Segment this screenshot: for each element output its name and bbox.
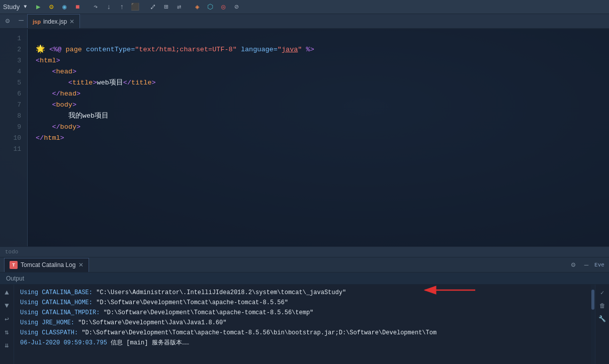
editor-tab-index-jsp[interactable]: jsp index.jsp ✕ <box>27 14 80 28</box>
out-val-1: "C:\Users\Administrator\.IntelliJIdea201… <box>96 289 346 296</box>
build-button[interactable]: ⚙ <box>46 2 57 13</box>
tomcat-icon: T <box>10 261 18 269</box>
splitter-bar[interactable]: todo <box>0 246 609 257</box>
output-line-2: Using CATALINA_HOME: "D:\Software\Develo… <box>20 298 585 308</box>
sort-button[interactable]: ⇅ <box>2 327 12 337</box>
out-key-2: Using CATALINA_HOME: <box>20 299 96 306</box>
line-num-2: 2 <box>0 44 27 55</box>
syn-close-tag: %> <box>306 46 314 53</box>
syn-head-end-open: </ <box>52 90 60 98</box>
jsp-file-icon: jsp <box>33 19 41 25</box>
syn-body-text: 我的web项目 <box>68 112 109 120</box>
output-scrollbar-thumb[interactable] <box>591 290 594 310</box>
patch-button[interactable]: ◈ <box>192 2 203 13</box>
structure-button[interactable]: ⊞ <box>160 2 171 13</box>
out-key-1: Using CATALINA_BASE: <box>20 289 96 296</box>
output-scrollbar[interactable] <box>591 285 595 364</box>
syn-val-language: "java" <box>278 46 302 53</box>
wrap-text-button[interactable]: ↩ <box>2 314 12 324</box>
syn-head-end-close: > <box>76 90 80 98</box>
syn-body-end-close: > <box>76 123 80 131</box>
out-key-6: 06-Jul-2020 09:59:03.795 <box>20 339 111 346</box>
play-button[interactable]: ▶ <box>33 2 44 13</box>
step-over-button[interactable]: ↷ <box>90 2 101 13</box>
git-compare-button[interactable]: ⇄ <box>173 2 185 13</box>
code-line-6: </head> <box>36 88 609 100</box>
tab-close-button[interactable]: ✕ <box>69 18 74 25</box>
force-stop-button[interactable]: ⬛ <box>129 2 140 13</box>
wrench-button[interactable]: 🔧 <box>597 314 607 324</box>
tomcat-tab-close[interactable]: ✕ <box>78 261 83 268</box>
profile-button[interactable]: ◉ <box>59 2 70 13</box>
output-content: ▲ ▼ ↩ ⇅ ⇊ Using CATALINA_BASE: "C:\Users… <box>0 285 609 364</box>
bottom-toolbar-right: ⚙ — Eve <box>568 259 605 270</box>
output-line-3: Using CATALINA_TMPDIR: "D:\Software\Deve… <box>20 308 585 318</box>
output-text-area: Using CATALINA_BASE: "C:\Users\Administr… <box>14 285 591 364</box>
line-num-10: 10 <box>0 133 27 144</box>
code-line-5: <title>web项目</title> <box>36 77 609 88</box>
out-key-5: Using CLASSPATH: <box>20 329 81 336</box>
bottom-minimize-icon[interactable]: — <box>581 259 592 270</box>
out-val-3: "D:\Software\Development\Tomcat\apache-t… <box>104 309 314 316</box>
line-num-4: 4 <box>0 66 27 77</box>
code-line-11 <box>36 144 609 155</box>
bottom-settings-icon[interactable]: ⚙ <box>568 259 579 270</box>
editor-settings-icon[interactable]: ⚙ <box>0 14 15 28</box>
tomcat-tab-label: Tomcat Catalina Log <box>21 261 75 268</box>
bottom-toolbar: T Tomcat Catalina Log ✕ ⚙ — Eve <box>0 257 609 272</box>
out-val-4: "D:\Software\Development\Java\Java1.8.60… <box>78 319 226 326</box>
trash-button[interactable]: 🗑 <box>597 301 607 311</box>
code-editor[interactable]: 1 2 3 4 5 6 7 8 9 10 11 🌟 <%@ page conte… <box>0 29 609 246</box>
line-num-6: 6 <box>0 88 27 100</box>
no-entry-button[interactable]: ⊘ <box>231 2 242 13</box>
code-line-1 <box>36 33 609 44</box>
code-line-3: <html> <box>36 55 609 66</box>
output-right-controls: ✓ 🗑 🔧 <box>595 285 609 364</box>
app-dropdown-arrow[interactable]: ▼ <box>24 4 27 10</box>
step-into-button[interactable]: ↓ <box>103 2 114 13</box>
search-everywhere-button[interactable]: ⬡ <box>205 2 216 13</box>
syn-head-open: < <box>52 68 56 75</box>
syn-body-tag: body <box>56 101 72 109</box>
main-toolbar: Study ▼ ▶ ⚙ ◉ ■ ↷ ↓ ↑ ⬛ ⑇ ⊞ ⇄ ◈ ⬡ ◎ ⊘ <box>0 0 609 14</box>
line-num-9: 9 <box>0 122 27 133</box>
code-line-8: 我的web项目 <box>36 111 609 122</box>
code-line-7: <body> <box>36 100 609 111</box>
line-num-3: 3 <box>0 55 27 66</box>
filter-button[interactable]: ⇊ <box>2 340 12 350</box>
tomcat-log-tab[interactable]: T Tomcat Catalina Log ✕ <box>4 258 89 272</box>
stop-button[interactable]: ■ <box>72 2 83 13</box>
syn-body-open: < <box>52 101 56 109</box>
run-config-button[interactable]: ◎ <box>218 2 229 13</box>
output-line-6: 06-Jul-2020 09:59:03.795 信息 [main] 服务器版本… <box>20 338 585 348</box>
code-content[interactable]: 🌟 <%@ page contentType="text/html;charse… <box>28 29 609 246</box>
output-line-5: Using CLASSPATH: "D:\Software\Developmen… <box>20 328 585 338</box>
line-num-5: 5 <box>0 77 27 88</box>
tab-filename: index.jsp <box>43 18 67 25</box>
syn-title-end-open: </ <box>123 79 131 86</box>
check-mark-button[interactable]: ✓ <box>597 288 607 298</box>
syn-title-end-tag: title <box>131 79 152 86</box>
out-val-2: "D:\Software\Development\Tomcat\apache-t… <box>96 299 288 306</box>
code-line-4: <head> <box>36 66 609 77</box>
scroll-down-button[interactable]: ▼ <box>2 301 12 311</box>
output-line-1: Using CATALINA_BASE: "C:\Users\Administr… <box>20 288 585 298</box>
editor-minimize-icon[interactable]: — <box>15 14 27 28</box>
syn-body-end-tag: body <box>60 123 76 131</box>
syn-body-close: > <box>72 101 76 109</box>
out-key-4: Using JRE_HOME: <box>20 319 78 326</box>
step-out-button[interactable]: ↑ <box>116 2 127 13</box>
bookmark-button[interactable]: ⑇ <box>147 2 158 13</box>
syn-title-open: < <box>68 79 72 86</box>
syn-tag-page: <%@ <box>49 46 65 53</box>
bottom-event-log-icon[interactable]: Eve <box>594 259 605 270</box>
bottom-panel: T Tomcat Catalina Log ✕ ⚙ — Eve Output ▲… <box>0 257 609 364</box>
code-line-2: 🌟 <%@ page contentType="text/html;charse… <box>36 44 609 55</box>
editor-tabs-bar: ⚙ — jsp index.jsp ✕ <box>0 14 609 29</box>
output-line-4: Using JRE_HOME: "D:\Software\Development… <box>20 318 585 328</box>
scroll-up-button[interactable]: ▲ <box>2 288 12 298</box>
syn-body-end-open: </ <box>52 123 60 131</box>
syn-html-close: > <box>56 57 60 64</box>
syn-title-close: > <box>93 79 97 86</box>
output-header: Output <box>0 272 609 285</box>
